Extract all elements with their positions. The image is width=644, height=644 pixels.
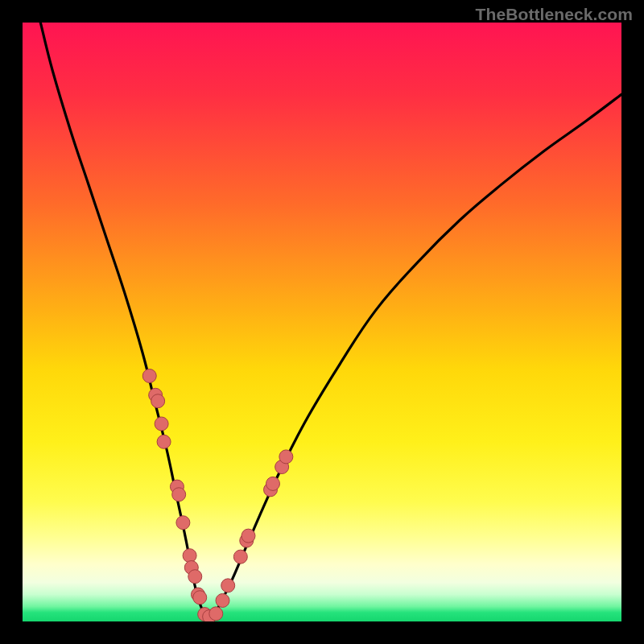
gradient-background (23, 23, 621, 621)
data-point (172, 488, 186, 502)
chart-container: TheBottleneck.com (0, 0, 644, 644)
data-point (279, 450, 293, 464)
data-point (233, 550, 247, 564)
data-point (193, 591, 207, 605)
data-point (176, 516, 190, 530)
data-point (157, 435, 171, 448)
data-point (188, 570, 202, 584)
data-point (183, 549, 196, 563)
chart-svg (23, 23, 621, 621)
data-point (155, 417, 168, 431)
data-point (209, 607, 223, 621)
data-point (142, 369, 156, 382)
plot-area (23, 23, 621, 621)
watermark-text: TheBottleneck.com (476, 5, 633, 24)
data-point (221, 579, 235, 592)
data-point (242, 529, 255, 543)
data-point (266, 477, 279, 490)
data-point (151, 394, 165, 408)
data-point (216, 593, 229, 607)
